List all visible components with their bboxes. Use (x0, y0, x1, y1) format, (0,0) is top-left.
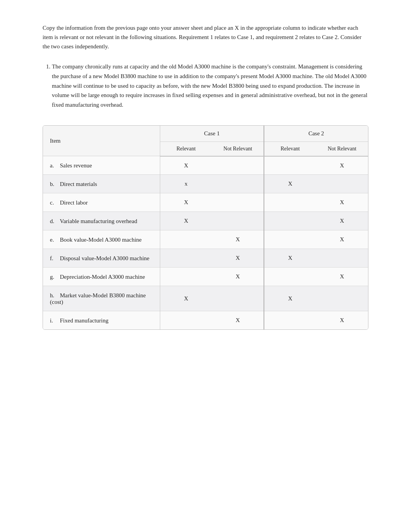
case2-notrelevant-cell (316, 175, 368, 193)
case2-relevant-cell (264, 212, 316, 230)
case1-relevant-cell (160, 249, 212, 268)
case2-notrelevant-cell (316, 249, 368, 268)
case1-relevant-cell: X (160, 193, 212, 212)
case1-notrelevant-cell: X (212, 230, 264, 249)
case1-header-label: Case 1 (204, 130, 219, 136)
case1-relevant-cell: X (160, 286, 212, 311)
table-row: e. Book value-Model A3000 machineXX (43, 230, 368, 249)
case2-relevant-cell (264, 230, 316, 249)
case2-notrelevant-cell: X (316, 193, 368, 212)
case2-relevant-subheader: Relevant (264, 142, 316, 156)
item-label: Depreciation-Model A3000 machine (60, 274, 145, 280)
relevance-table: Item Case 1 Case 2 Relevant Not Relevant… (43, 126, 368, 330)
case2-header: Case 2 (264, 126, 368, 142)
case1-notrelevant-cell (212, 156, 264, 175)
table-row: f. Disposal value-Model A3000 machineXX (43, 249, 368, 268)
case1-notrelevant-subheader: Not Relevant (212, 142, 264, 156)
case2-notrelevant-cell: X (316, 230, 368, 249)
case1-notrelevant-cell (212, 286, 264, 311)
table-row: d. Variable manufacturing overheadXX (43, 212, 368, 230)
case2-notrelevant-cell (316, 286, 368, 311)
case1-relevant-cell: x (160, 175, 212, 193)
case2-relevant-cell (264, 268, 316, 286)
item-cell: d. Variable manufacturing overhead (43, 212, 160, 230)
case2-header-label: Case 2 (308, 130, 324, 136)
item-letter: d. (50, 218, 58, 225)
table-row: b. Direct materialsxX (43, 175, 368, 193)
item-letter: b. (50, 181, 58, 188)
case2-notrelevant-cell: X (316, 156, 368, 175)
relevance-table-container: Item Case 1 Case 2 Relevant Not Relevant… (43, 125, 368, 330)
item-label: Sales revenue (60, 162, 92, 169)
case1-notrelevant-cell (212, 193, 264, 212)
case2-notrelevant-cell: X (316, 268, 368, 286)
case1-relevant-cell: X (160, 212, 212, 230)
intro-paragraph: Copy the information from the previous p… (43, 23, 368, 51)
case1-notrelevant-cell: X (212, 268, 264, 286)
table-row: i. Fixed manufacturingXX (43, 311, 368, 330)
item-letter: h. (50, 292, 58, 299)
main-header-row: Item Case 1 Case 2 (43, 126, 368, 142)
numbered-item-1-text: The company chronically runs at capacity… (52, 63, 367, 108)
item-column-header: Item (43, 126, 160, 156)
item-label: Variable manufacturing overhead (60, 218, 137, 224)
item-header-label: Item (50, 138, 61, 144)
case1-relevant-cell (160, 230, 212, 249)
case2-relevant-cell (264, 311, 316, 330)
case2-relevant-label: Relevant (281, 146, 300, 152)
item-cell: a. Sales revenue (43, 156, 160, 175)
case1-notrelevant-label: Not Relevant (223, 146, 252, 152)
item-letter: c. (50, 200, 58, 206)
case1-notrelevant-cell: X (212, 311, 264, 330)
case2-notrelevant-subheader: Not Relevant (316, 142, 368, 156)
case2-notrelevant-cell: X (316, 212, 368, 230)
item-cell: h. Market value-Model B3800 machine (cos… (43, 286, 160, 311)
case1-relevant-subheader: Relevant (160, 142, 212, 156)
item-letter: f. (50, 255, 58, 262)
case2-relevant-cell: X (264, 175, 316, 193)
item-label: Market value-Model B3800 machine (cost) (50, 292, 146, 305)
item-cell: f. Disposal value-Model A3000 machine (43, 249, 160, 268)
item-label: Direct labor (60, 200, 88, 206)
case1-notrelevant-cell (212, 212, 264, 230)
case1-notrelevant-cell (212, 175, 264, 193)
item-letter: e. (50, 237, 58, 243)
item-letter: i. (50, 317, 58, 324)
item-cell: e. Book value-Model A3000 machine (43, 230, 160, 249)
case1-notrelevant-cell: X (212, 249, 264, 268)
table-row: c. Direct laborXX (43, 193, 368, 212)
item-label: Direct materials (60, 181, 97, 187)
table-row: h. Market value-Model B3800 machine (cos… (43, 286, 368, 311)
intro-text: Copy the information from the previous p… (43, 25, 361, 49)
item-cell: c. Direct labor (43, 193, 160, 212)
case2-relevant-cell (264, 156, 316, 175)
item-cell: i. Fixed manufacturing (43, 311, 160, 330)
case2-relevant-cell: X (264, 286, 316, 311)
numbered-item-1: The company chronically runs at capacity… (52, 62, 368, 110)
item-label: Disposal value-Model A3000 machine (60, 255, 149, 261)
table-body: a. Sales revenueXXb. Direct materialsxXc… (43, 156, 368, 330)
item-cell: b. Direct materials (43, 175, 160, 193)
case1-relevant-cell (160, 311, 212, 330)
item-label: Fixed manufacturing (60, 317, 108, 324)
case1-relevant-cell: X (160, 156, 212, 175)
item-cell: g. Depreciation-Model A3000 machine (43, 268, 160, 286)
item-letter: g. (50, 274, 58, 280)
case1-header: Case 1 (160, 126, 264, 142)
case2-relevant-cell (264, 193, 316, 212)
item-label: Book value-Model A3000 machine (60, 237, 142, 243)
table-row: a. Sales revenueXX (43, 156, 368, 175)
case1-relevant-label: Relevant (176, 146, 196, 152)
case2-notrelevant-cell: X (316, 311, 368, 330)
table-row: g. Depreciation-Model A3000 machineXX (43, 268, 368, 286)
case2-notrelevant-label: Not Relevant (328, 146, 356, 152)
case2-relevant-cell: X (264, 249, 316, 268)
case1-relevant-cell (160, 268, 212, 286)
item-letter: a. (50, 162, 58, 169)
